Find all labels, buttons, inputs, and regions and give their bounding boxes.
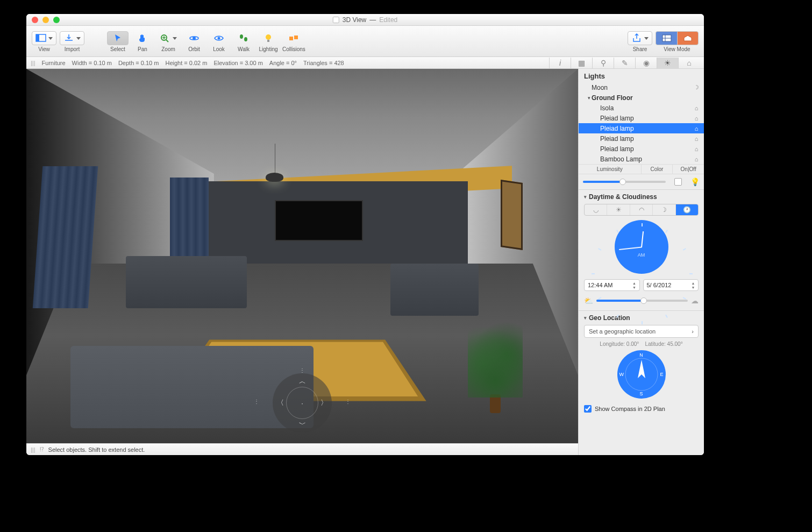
zoom-button[interactable] <box>53 17 60 23</box>
nav-dots-left[interactable]: ⋮ <box>254 399 259 405</box>
orbit-button[interactable] <box>183 31 205 45</box>
paint-tab[interactable]: ⚲ <box>592 58 614 68</box>
night-tab[interactable]: ☽ <box>653 204 675 215</box>
lights-item[interactable]: ▾Ground Floor <box>579 93 704 103</box>
chevron-down-icon <box>48 37 53 40</box>
materials-tab[interactable]: ▦ <box>571 58 592 68</box>
walk-button[interactable] <box>233 31 254 45</box>
date-stepper[interactable]: 5/ 6/2012 ▲▼ <box>643 279 699 291</box>
light-type-icon: ⌂ <box>692 115 701 122</box>
light-type-icon: ⌂ <box>692 105 701 111</box>
look-tool: Look <box>208 31 230 52</box>
lights-item-label: Ground Floor <box>592 94 692 102</box>
info-tab[interactable]: i <box>549 58 571 68</box>
lights-item[interactable]: Moon☽ <box>579 82 704 93</box>
window-controls <box>26 17 60 23</box>
zoom-tool: Zoom <box>156 31 180 52</box>
lights-tree: Moon☽▾Ground FloorIsola⌂Pleiad lamp⌂Plei… <box>579 82 704 164</box>
select-button[interactable] <box>107 31 129 45</box>
collisions-button[interactable] <box>283 31 304 45</box>
bulb-toggle-icon[interactable]: 💡 <box>690 178 700 186</box>
col-color: Color <box>641 165 673 174</box>
nav-up-icon[interactable]: ︿ <box>299 377 306 386</box>
import-button[interactable] <box>60 31 84 45</box>
share-icon <box>631 33 642 43</box>
navigation-pad[interactable]: ︿ ﹀ 〈 〉 · <box>273 373 332 432</box>
dusk-tab[interactable]: ◠ <box>630 204 653 215</box>
time-stepper[interactable]: 12:44 AM ▲▼ <box>584 279 640 291</box>
share-button[interactable] <box>628 31 652 45</box>
viewmode-2d-button[interactable] <box>656 31 677 45</box>
cloudiness-slider[interactable] <box>596 300 688 302</box>
nav-left-icon[interactable]: 〈 <box>277 398 284 408</box>
lights-item[interactable]: Pleiad lamp⌂ <box>579 123 704 133</box>
nav-dots-top[interactable]: ⋮ <box>300 367 305 373</box>
clock-tab[interactable]: 🕐 <box>676 204 698 215</box>
plan-icon <box>662 34 672 42</box>
lights-tab[interactable]: ☀ <box>657 58 678 68</box>
luminosity-slider[interactable] <box>583 181 666 183</box>
download-icon <box>63 33 74 43</box>
time-clock[interactable]: AM <box>615 220 668 274</box>
light-color-swatch[interactable] <box>674 178 682 186</box>
lighting-tool: Lighting <box>258 31 279 52</box>
camera-tab[interactable]: ◉ <box>635 58 657 68</box>
svg-point-5 <box>218 37 220 40</box>
show-compass-input[interactable] <box>584 405 592 413</box>
look-label: Look <box>213 46 225 52</box>
svg-point-6 <box>240 34 243 39</box>
light-controls: 💡 <box>579 174 704 189</box>
nav-down-icon[interactable]: ﹀ <box>299 420 306 429</box>
import-tool: Import <box>60 31 84 52</box>
day-tab[interactable]: ☀ <box>607 204 630 215</box>
viewmode-3d-button[interactable] <box>677 31 699 45</box>
building-tab[interactable]: ⌂ <box>678 58 700 68</box>
close-button[interactable] <box>32 17 38 23</box>
light-type-icon: ⌂ <box>692 136 701 142</box>
viewmode-tool: View Mode <box>656 31 699 52</box>
lights-item-label: Pleiad lamp <box>600 115 692 122</box>
3d-viewport[interactable]: ⋮ ⋮ ⋮ ︿ ﹀ 〈 〉 · <box>26 69 578 443</box>
window-title: 3D View — Edited <box>333 16 398 24</box>
compass[interactable]: N S W E <box>617 350 666 399</box>
nav-right-icon[interactable]: 〉 <box>320 398 327 408</box>
time-date-row: 12:44 AM ▲▼ 5/ 6/2012 ▲▼ <box>584 279 699 291</box>
look-button[interactable] <box>208 31 230 45</box>
lighting-button[interactable] <box>258 31 279 45</box>
lights-item[interactable]: Pleiad lamp⌂ <box>579 144 704 154</box>
magnifier-icon <box>160 33 170 43</box>
select-label: Select <box>110 46 125 52</box>
info-elevation: Elevation = 3.00 m <box>213 60 262 66</box>
nav-center-icon[interactable]: · <box>301 399 303 407</box>
lights-item[interactable]: Pleiad lamp⌂ <box>579 113 704 123</box>
view-button[interactable] <box>32 31 56 45</box>
collisions-tool: Collisions <box>282 31 305 52</box>
light-type-icon: ⌂ <box>692 146 701 152</box>
geo-location-button[interactable]: Set a geographic location › <box>584 325 699 338</box>
edited-label: Edited <box>379 16 397 24</box>
dawn-tab[interactable]: ◡ <box>585 204 607 215</box>
lights-item[interactable]: Isola⌂ <box>579 103 704 113</box>
lights-item-label: Pleiad lamp <box>600 135 692 143</box>
lights-item-label: Moon <box>592 84 692 91</box>
minimize-button[interactable] <box>42 17 49 23</box>
share-tool: Share <box>628 31 652 52</box>
hint-icon: ⁉ <box>40 446 44 453</box>
chevron-down-icon <box>173 37 177 40</box>
show-compass-checkbox[interactable]: Show Compass in 2D Plan <box>584 403 699 415</box>
titlebar: 3D View — Edited <box>26 14 704 26</box>
lights-item[interactable]: Pleiad lamp⌂ <box>579 133 704 144</box>
zoom-button[interactable] <box>156 31 180 45</box>
edit-tab[interactable]: ✎ <box>614 58 635 68</box>
toolbar: View Import Select Pan <box>26 26 704 57</box>
svg-rect-10 <box>289 37 293 40</box>
status-hint: Select objects. Shift to extend select. <box>48 446 145 453</box>
nav-dots-right[interactable]: ⋮ <box>345 399 351 405</box>
app-window: 3D View — Edited View Import Select <box>26 14 704 455</box>
pan-button[interactable] <box>132 31 153 45</box>
lights-item-label: Pleiad lamp <box>600 145 692 153</box>
info-depth: Depth = 0.10 m <box>118 60 159 66</box>
lights-item[interactable]: Bamboo Lamp⌂ <box>579 154 704 164</box>
collisions-label: Collisions <box>282 46 305 52</box>
viewmode-label: View Mode <box>664 46 690 52</box>
